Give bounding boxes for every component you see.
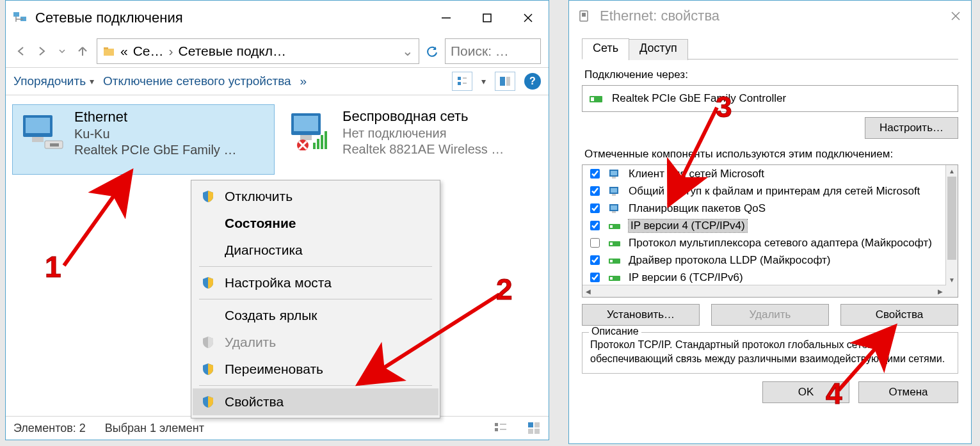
component-row[interactable]: Общий доступ к файлам и принтерам для се… (582, 182, 946, 200)
annotation-4: 4 (826, 376, 842, 411)
search-input[interactable]: Поиск: … (445, 38, 541, 64)
connection-device: Realtek 8821AE Wireless … (342, 142, 504, 157)
annotation-1: 1 (45, 250, 61, 284)
svg-rect-32 (495, 428, 498, 431)
close-button[interactable] (520, 10, 536, 26)
component-row-ipv4[interactable]: IP версии 4 (TCP/IPv4) (582, 217, 946, 234)
component-row[interactable]: Протокол мультиплексора сетевого адаптер… (582, 234, 946, 251)
properties-button[interactable]: Свойства (840, 304, 958, 326)
view-icons-icon[interactable] (527, 421, 541, 435)
refresh-button[interactable] (426, 45, 438, 58)
svg-rect-20 (50, 143, 59, 147)
svg-rect-50 (612, 194, 616, 196)
breadcrumb-sep: « (120, 44, 128, 59)
svg-rect-37 (528, 429, 533, 434)
svg-rect-5 (483, 14, 491, 22)
vertical-scrollbar[interactable]: ▲ ▼ (945, 165, 958, 285)
svg-rect-27 (313, 143, 316, 149)
adapter-icon (589, 92, 604, 105)
component-checkbox[interactable] (590, 273, 600, 282)
dialog-buttons: OK Отмена (569, 374, 971, 411)
connection-status: Нет подключения (342, 126, 504, 141)
svg-rect-15 (506, 77, 510, 86)
maximize-button[interactable] (479, 10, 495, 26)
ctx-diagnostics[interactable]: Диагностика (193, 237, 438, 264)
svg-rect-61 (610, 277, 613, 280)
titlebar[interactable]: Сетевые подключения (6, 1, 549, 35)
dropdown-chevron[interactable]: ⌄ (402, 44, 414, 59)
component-row[interactable]: Клиент для сетей Microsoft (582, 165, 946, 182)
breadcrumb-item[interactable]: Се… (133, 44, 164, 59)
ethernet-port-icon (577, 9, 591, 23)
install-button[interactable]: Установить… (582, 304, 700, 326)
component-row[interactable]: IP версии 6 (TCP/IPv6) (582, 269, 946, 285)
component-checkbox[interactable] (590, 186, 600, 196)
components-label: Отмеченные компоненты используются этим … (584, 148, 958, 161)
help-button[interactable]: ? (524, 73, 541, 90)
component-checkbox[interactable] (590, 203, 600, 213)
annotation-2: 2 (496, 272, 513, 307)
description-box: Описание Протокол TCP/IP. Стандартный пр… (582, 332, 958, 374)
component-row[interactable]: Планировщик пакетов QoS (582, 200, 946, 217)
breadcrumb-item[interactable]: Сетевые подкл… (179, 44, 287, 59)
view-details-icon[interactable] (494, 421, 508, 435)
svg-rect-18 (32, 137, 44, 142)
toolbar-overflow[interactable]: » (300, 74, 307, 88)
forward-button[interactable] (34, 44, 49, 59)
svg-rect-46 (611, 171, 617, 175)
titlebar[interactable]: Ethernet: свойства (569, 1, 971, 31)
recent-button[interactable] (54, 44, 70, 59)
component-checkbox[interactable] (590, 238, 600, 248)
svg-rect-8 (104, 49, 114, 56)
ctx-bridge[interactable]: Настройка моста (193, 269, 438, 296)
minimize-button[interactable] (438, 10, 454, 26)
svg-rect-17 (26, 118, 50, 133)
configure-button[interactable]: Настроить… (865, 117, 958, 139)
svg-rect-38 (534, 429, 540, 434)
tab-access[interactable]: Доступ (629, 39, 688, 60)
ctx-shortcut[interactable]: Создать ярлык (193, 302, 438, 329)
connection-ethernet[interactable]: Ethernet Ku-Ku Realtek PCIe GbE Family … (12, 104, 275, 175)
close-button[interactable] (948, 8, 963, 24)
tab-network[interactable]: Сеть (582, 38, 629, 60)
svg-rect-47 (612, 177, 616, 179)
view-options-button[interactable] (452, 72, 472, 91)
horizontal-scrollbar[interactable]: ◀▶ (582, 285, 946, 297)
up-button[interactable] (75, 44, 90, 59)
address-box[interactable]: « Се… › Сетевые подкл… ⌄ (97, 38, 419, 64)
components-list[interactable]: Клиент для сетей Microsoft Общий доступ … (582, 164, 958, 298)
disable-device-button[interactable]: Отключение сетевого устройства (103, 74, 291, 88)
svg-rect-31 (495, 423, 498, 426)
ctx-properties[interactable]: Свойства (193, 388, 438, 415)
svg-rect-29 (321, 135, 323, 149)
ctx-status[interactable]: Состояние (193, 210, 438, 237)
network-connections-window: Сетевые подключения « Се… › Сетевые подк… (5, 0, 549, 440)
ctx-disable[interactable]: Отключить (193, 183, 438, 210)
svg-rect-44 (591, 97, 594, 101)
connection-device: Realtek PCIe GbE Family … (74, 143, 236, 157)
svg-rect-23 (300, 135, 312, 140)
organize-button[interactable]: Упорядочить▾ (13, 74, 94, 88)
connection-name: Беспроводная сеть (342, 108, 504, 125)
back-button[interactable] (13, 44, 29, 59)
scrollbar-thumb[interactable] (947, 177, 956, 260)
description-caption: Описание (589, 326, 641, 337)
connection-wireless[interactable]: Беспроводная сеть Нет подключения Realte… (281, 104, 543, 175)
preview-pane-button[interactable] (495, 72, 515, 91)
svg-rect-14 (500, 77, 505, 86)
view-dropdown[interactable]: ▾ (481, 76, 486, 86)
component-row[interactable]: Драйвер протокола LLDP (Майкрософт) (582, 251, 946, 269)
wireless-icon (287, 112, 333, 150)
component-checkbox[interactable] (590, 169, 600, 179)
ctx-rename[interactable]: Переименовать (193, 356, 438, 383)
svg-rect-57 (610, 243, 613, 245)
status-item-count: Элементов: 2 (13, 422, 86, 435)
cancel-button[interactable]: Отмена (858, 381, 958, 403)
description-text: Протокол TCP/IP. Стандартный протокол гл… (590, 338, 950, 365)
component-checkbox[interactable] (590, 221, 600, 230)
svg-rect-36 (534, 422, 540, 427)
svg-rect-52 (611, 205, 617, 210)
component-checkbox[interactable] (590, 255, 600, 265)
svg-rect-35 (528, 422, 533, 427)
remove-button: Удалить (711, 304, 829, 326)
